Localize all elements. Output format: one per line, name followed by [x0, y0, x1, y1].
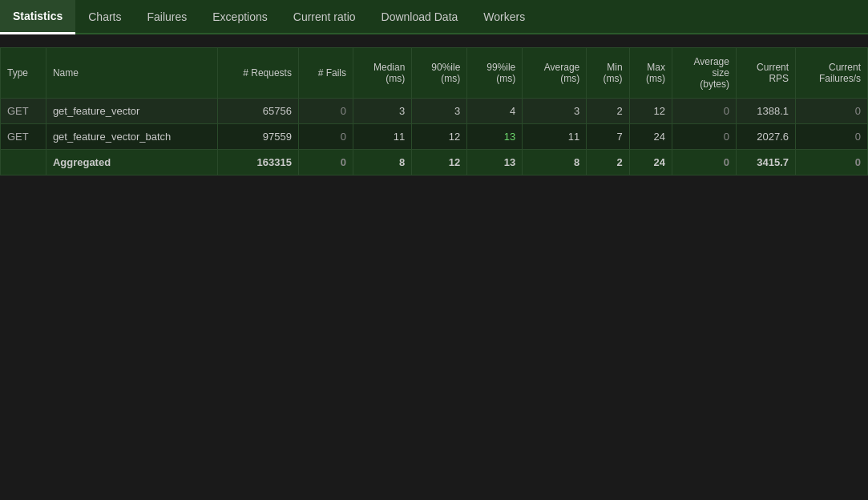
row2-p90: 12 — [412, 124, 467, 150]
row2-max: 24 — [629, 124, 672, 150]
col-header-max: Max(ms) — [629, 48, 672, 99]
row2-median: 11 — [353, 124, 412, 150]
nav-exceptions[interactable]: Exceptions — [200, 0, 280, 33]
nav-charts[interactable]: Charts — [75, 0, 134, 33]
row2-average: 11 — [523, 124, 587, 150]
agg-fails: 0 — [298, 150, 353, 175]
col-header-p99: 99%ile(ms) — [467, 48, 523, 99]
row2-requests: 97559 — [217, 124, 298, 150]
agg-failures-s: 0 — [796, 150, 868, 175]
agg-p90: 12 — [412, 150, 467, 175]
col-header-requests: # Requests — [217, 48, 298, 99]
col-header-p90: 90%ile(ms) — [412, 48, 467, 99]
main-content: Type Name # Requests # Fails Median(ms) … — [0, 34, 868, 182]
col-header-rps: CurrentRPS — [736, 48, 795, 99]
col-header-average: Average(ms) — [523, 48, 587, 99]
agg-p99: 13 — [467, 150, 523, 175]
row2-name: get_feature_vector_batch — [46, 124, 217, 150]
row2-fails: 0 — [298, 124, 353, 150]
table-row: GET get_feature_vector_batch 97559 0 11 … — [1, 124, 868, 150]
agg-name: Aggregated — [46, 150, 217, 175]
nav-current-ratio[interactable]: Current ratio — [281, 0, 369, 33]
row1-avg-size: 0 — [672, 99, 736, 124]
col-header-name: Name — [46, 48, 217, 99]
row2-avg-size: 0 — [672, 124, 736, 150]
col-header-min: Min(ms) — [587, 48, 629, 99]
table-row: GET get_feature_vector 65756 0 3 3 4 3 2… — [1, 99, 868, 124]
agg-median: 8 — [353, 150, 412, 175]
agg-requests: 163315 — [217, 150, 298, 175]
row1-average: 3 — [523, 99, 587, 124]
agg-type — [1, 150, 46, 175]
nav-statistics[interactable]: Statistics — [0, 0, 75, 34]
agg-average: 8 — [523, 150, 587, 175]
row1-fails: 0 — [298, 99, 353, 124]
agg-avg-size: 0 — [672, 150, 736, 175]
row2-p99: 13 — [467, 124, 523, 150]
row1-p90: 3 — [412, 99, 467, 124]
row1-type: GET — [1, 99, 46, 124]
col-header-median: Median(ms) — [353, 48, 412, 99]
nav-workers[interactable]: Workers — [470, 0, 538, 33]
agg-max: 24 — [629, 150, 672, 175]
nav-download-data[interactable]: Download Data — [369, 0, 471, 33]
agg-min: 2 — [587, 150, 629, 175]
row2-type: GET — [1, 124, 46, 150]
statistics-table: Type Name # Requests # Fails Median(ms) … — [0, 47, 868, 175]
row1-requests: 65756 — [217, 99, 298, 124]
col-header-fails: # Fails — [298, 48, 353, 99]
table-header-row: Type Name # Requests # Fails Median(ms) … — [1, 48, 868, 99]
row1-p99: 4 — [467, 99, 523, 124]
row1-max: 12 — [629, 99, 672, 124]
row2-rps: 2027.6 — [736, 124, 795, 150]
nav-failures[interactable]: Failures — [134, 0, 200, 33]
col-header-failures-s: CurrentFailures/s — [796, 48, 868, 99]
aggregated-row: Aggregated 163315 0 8 12 13 8 2 24 0 341… — [1, 150, 868, 175]
nav-bar: Statistics Charts Failures Exceptions Cu… — [0, 0, 868, 34]
row1-failures-s: 0 — [796, 99, 868, 124]
row1-name: get_feature_vector — [46, 99, 217, 124]
agg-rps: 3415.7 — [736, 150, 795, 175]
col-header-type: Type — [1, 48, 46, 99]
col-header-avg-size: Averagesize(bytes) — [672, 48, 736, 99]
row1-median: 3 — [353, 99, 412, 124]
row1-min: 2 — [587, 99, 629, 124]
row2-failures-s: 0 — [796, 124, 868, 150]
row1-rps: 1388.1 — [736, 99, 795, 124]
row2-min: 7 — [587, 124, 629, 150]
